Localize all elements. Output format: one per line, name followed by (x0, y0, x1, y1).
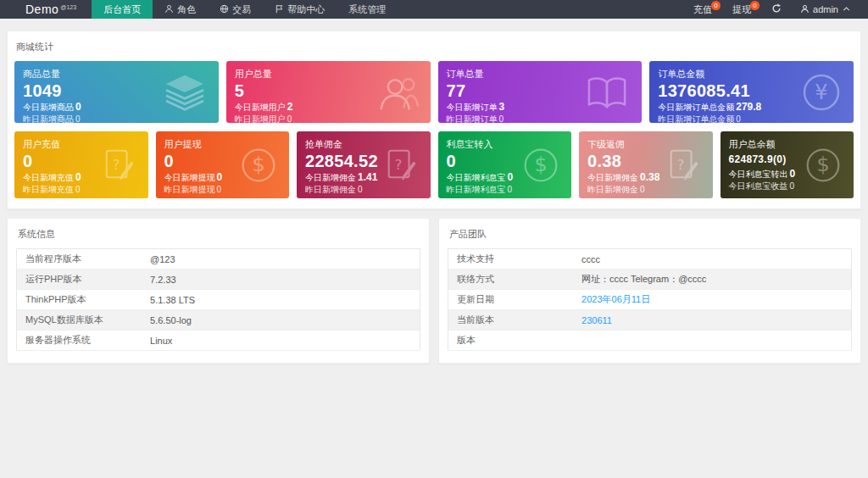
nav-item-help-center[interactable]: 帮助中心 (263, 0, 337, 19)
layers-icon (163, 73, 207, 112)
stat-card-user-total: 用户总量 5 今日新增用户2 昨日新增用户0 (226, 61, 431, 123)
stat-card-user-balance: 用户总余额 624873.9(0) 今日利息宝转出0 今日利息宝收益0 $ (721, 131, 854, 198)
svg-text:?: ? (394, 156, 402, 172)
doc-question-icon: ? (665, 147, 701, 183)
stat-card-yesterday: 昨日新增商品0 (23, 114, 210, 123)
nav-item-dashboard[interactable]: 后台首页 (92, 0, 153, 19)
product-team-table: 技术支持cccc 联络方式网址：cccc Telegram：@cccc 更新日期… (448, 248, 852, 351)
nav-item-transactions[interactable]: 交易 (208, 0, 263, 19)
system-info-title: 系统信息 (16, 225, 420, 248)
stat-card-yesterday: 昨日新增充值0 (23, 184, 140, 196)
nav-item-system-management[interactable]: 系统管理 (337, 0, 398, 19)
row-value: @123 (142, 249, 420, 270)
nav-item-label: 角色 (177, 3, 196, 16)
nav-item-label: 系统管理 (348, 3, 386, 16)
table-row: 更新日期2023年06月11日 (448, 290, 852, 310)
table-row: 当前程序版本@123 (17, 249, 420, 270)
recharge-label: 充值 (693, 3, 712, 16)
stat-card-interest-in: 利息宝转入 0 今日新增利息宝0 昨日新增利息宝0 $ (438, 131, 572, 198)
stat-card-product-total: 商品总量 1049 今日新增商品0 昨日新增商品0 (14, 61, 219, 123)
shop-stats-panel: 商城统计 商品总量 1049 今日新增商品0 昨日新增商品0 用户总量 5 今日… (7, 31, 861, 209)
nav-item-label: 交易 (232, 3, 251, 16)
username: admin (813, 4, 838, 14)
user-menu[interactable]: admin (792, 0, 860, 19)
recharge-badge: 0 (711, 1, 721, 10)
system-info-panel: 系统信息 当前程序版本@123 运行PHP版本7.2.33 ThinkPHP版本… (7, 218, 430, 364)
app-logo-badge: @123 (60, 4, 76, 10)
globe-icon (220, 4, 229, 15)
bottom-panels: 系统信息 当前程序版本@123 运行PHP版本7.2.33 ThinkPHP版本… (7, 218, 861, 364)
withdraw-badge: 0 (750, 1, 760, 10)
stat-card-referral-rebate: 下级返佣 0.38 今日新增佣金0.38 昨日新增佣金0 ? (579, 131, 713, 198)
top-navbar: Demo @123 后台首页 角色 交易 帮助中心 系统管理 充值 0 提现 0 (0, 0, 868, 19)
recharge-button[interactable]: 充值 0 (683, 0, 722, 19)
nav-item-label: 帮助中心 (287, 3, 325, 16)
table-row: 联络方式网址：cccc Telegram：@cccc (448, 270, 852, 290)
row-label: 更新日期 (448, 290, 574, 310)
person-icon (164, 4, 174, 15)
svg-text:?: ? (676, 156, 684, 172)
open-book-icon (584, 73, 630, 112)
stat-card-yesterday: 昨日新增佣金0 (305, 184, 422, 196)
row-value: Linux (142, 331, 420, 351)
table-row: 版本 (448, 331, 852, 351)
refresh-icon (771, 3, 782, 15)
doc-question-icon: ? (383, 147, 419, 183)
stat-card-user-withdraw: 用户提现 0 今日新增提现0 昨日新增提现0 $ (156, 131, 290, 198)
doc-question-icon: ? (101, 147, 136, 183)
row-value: 5.1.38 LTS (142, 290, 420, 310)
stat-card-yesterday: 昨日新增佣金0 (587, 184, 704, 196)
stat-card-yesterday: 昨日新增利息宝0 (447, 184, 564, 196)
stat-card-yesterday: 昨日新增订单0 (447, 114, 634, 123)
app-logo[interactable]: Demo @123 (0, 0, 92, 19)
row-label: 当前程序版本 (17, 249, 142, 270)
current-version-link[interactable]: 230611 (573, 310, 851, 331)
row-value: 7.2.33 (142, 270, 420, 290)
table-row: 运行PHP版本7.2.33 (17, 270, 420, 290)
row-label: 当前版本 (448, 310, 574, 331)
row-value: 5.6.50-log (142, 310, 420, 331)
system-info-table: 当前程序版本@123 运行PHP版本7.2.33 ThinkPHP版本5.1.3… (16, 248, 420, 351)
withdraw-button[interactable]: 提现 0 (722, 0, 761, 19)
dollar-circle-icon: $ (240, 147, 277, 184)
update-date-link[interactable]: 2023年06月11日 (573, 290, 851, 310)
table-row: MySQL数据库版本5.6.50-log (17, 310, 420, 331)
row-label: 服务器操作系统 (17, 331, 142, 351)
stat-card-order-total: 订单总量 77 今日新增订单3 昨日新增订单0 (438, 61, 643, 123)
dollar-circle-icon: $ (804, 147, 842, 184)
row-label: ThinkPHP版本 (17, 290, 142, 310)
row-label: 联络方式 (448, 270, 574, 290)
svg-text:$: $ (252, 153, 264, 176)
row-label: 版本 (448, 331, 574, 351)
stat-card-user-recharge: 用户充值 0 今日新增充值0 昨日新增充值0 ? (14, 131, 148, 198)
stat-card-yesterday: 昨日新增用户0 (235, 114, 422, 123)
table-row: 当前版本230611 (448, 310, 852, 331)
refresh-button[interactable] (761, 0, 792, 19)
row-value: 网址：cccc Telegram：@cccc (573, 270, 851, 290)
app-logo-text: Demo (25, 3, 58, 16)
svg-text:$: $ (534, 153, 547, 176)
row-label: 技术支持 (448, 249, 574, 270)
nav-item-label: 后台首页 (103, 3, 141, 16)
table-row: 技术支持cccc (448, 249, 852, 270)
users-icon (375, 72, 419, 113)
row-value (573, 331, 851, 351)
table-row: ThinkPHP版本5.1.38 LTS (17, 290, 420, 310)
row-value: cccc (573, 249, 851, 270)
product-team-panel: 产品团队 技术支持cccc 联络方式网址：cccc Telegram：@cccc… (438, 218, 861, 364)
shop-stats-title: 商城统计 (14, 38, 854, 61)
dollar-circle-icon: $ (522, 147, 559, 184)
flag-icon (275, 4, 284, 15)
withdraw-label: 提现 (732, 3, 751, 16)
svg-text:?: ? (112, 156, 120, 172)
stat-card-order-commission: 抢单佣金 22854.52 今日新增佣金1.41 昨日新增佣金0 ? (297, 131, 431, 198)
row-label: MySQL数据库版本 (17, 310, 142, 331)
navbar-right: 充值 0 提现 0 admin (683, 0, 868, 19)
main-menu: 后台首页 角色 交易 帮助中心 系统管理 (92, 0, 398, 19)
yen-circle-icon: ¥ (801, 72, 842, 113)
nav-item-roles[interactable]: 角色 (153, 0, 208, 19)
stat-card-order-amount: 订单总金额 1376085.41 今日新增订单总金额279.8 昨日新增订单总金… (649, 61, 854, 123)
table-row: 服务器操作系统Linux (17, 331, 420, 351)
stats-row-2: 用户充值 0 今日新增充值0 昨日新增充值0 ? 用户提现 0 今日新增提现0 … (14, 131, 854, 198)
product-team-title: 产品团队 (448, 225, 852, 248)
